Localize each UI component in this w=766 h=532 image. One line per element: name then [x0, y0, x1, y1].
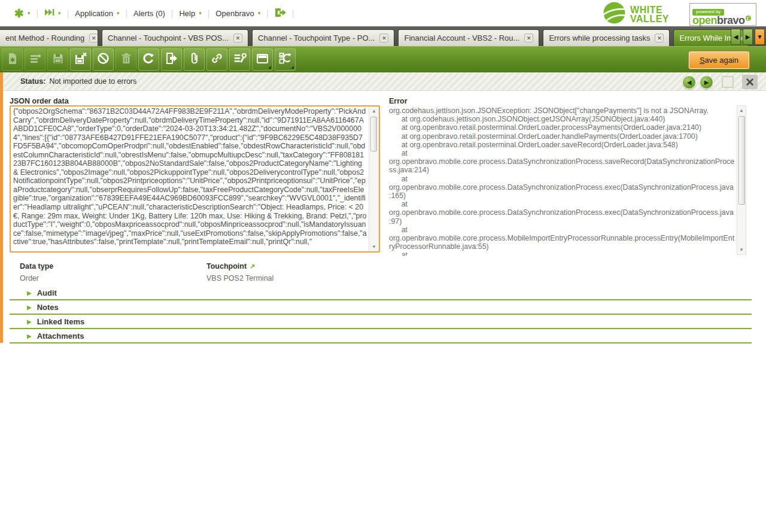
- tab-label: Financial Account - VBS2 - Rou...: [404, 34, 519, 42]
- openbravo-dot-icon: [746, 16, 751, 21]
- close-icon[interactable]: ✕: [379, 34, 388, 42]
- close-icon[interactable]: ✕: [233, 34, 242, 42]
- process-button[interactable]: [229, 48, 250, 71]
- view-layout-button[interactable]: [252, 48, 273, 71]
- logout-icon: [275, 8, 286, 19]
- paperclip-icon: [189, 52, 200, 67]
- alerts-menu-label: Alerts (0): [133, 9, 165, 18]
- json-order-data-label: JSON order data: [10, 97, 69, 105]
- refresh-icon: [142, 52, 155, 67]
- scroll-down-icon[interactable]: ▼: [369, 242, 379, 251]
- header-logos: WHITE VALLEY powered by openbravo: [603, 2, 756, 26]
- new-document-icon: [7, 53, 19, 67]
- user-menu[interactable]: Openbravo ▾: [209, 9, 266, 18]
- alerts-menu[interactable]: Alerts (0): [127, 9, 171, 18]
- close-icon[interactable]: ✕: [524, 34, 533, 42]
- save-button: [47, 48, 68, 71]
- tab-scroll-left-button[interactable]: ◀: [731, 29, 741, 45]
- favorites-menu[interactable]: ✱ ▾: [8, 8, 36, 19]
- previous-record-button[interactable]: ◀: [682, 75, 696, 89]
- scroll-up-icon[interactable]: ▲: [369, 107, 379, 115]
- status-value: Not imported due to errors: [49, 77, 136, 86]
- link-button[interactable]: [206, 48, 227, 71]
- export-button[interactable]: [161, 48, 182, 71]
- close-form-button[interactable]: ✕: [742, 75, 758, 89]
- json-scrollbar[interactable]: ▲ ▼: [369, 107, 379, 251]
- tab-channel-touchpoint[interactable]: Channel - Touchpoint - VBS POS... ✕: [102, 29, 248, 46]
- tab-payment-method-rounding[interactable]: ent Method - Rounding ✕: [0, 29, 98, 46]
- status-label: Status:: [20, 77, 45, 86]
- link-chain-icon: [211, 52, 223, 67]
- sync-selection-button[interactable]: [275, 48, 296, 71]
- json-order-data-field[interactable]: {"obpos2OrgSchema":"86371B2C03D44A72A4FF…: [10, 105, 380, 253]
- help-menu[interactable]: Help ▾: [173, 9, 207, 18]
- company-name-line1: WHITE: [630, 5, 669, 14]
- open-record-link-icon[interactable]: ↗: [250, 263, 255, 270]
- new-row-grid-icon: [29, 53, 41, 67]
- save-floppy-icon: [52, 53, 64, 67]
- top-menu-bar: ✱ ▾ | ▾ | Application ▾ | Alerts (0) | H…: [0, 0, 766, 26]
- tab-list-menu-button[interactable]: ▼: [755, 29, 765, 45]
- toolbar: Save again: [0, 46, 766, 72]
- new-record-button: [2, 48, 23, 71]
- chevron-right-icon: ▶: [27, 304, 32, 311]
- error-value[interactable]: org.codehaus.jettison.json.JSONException…: [389, 107, 735, 256]
- new-row-button: [25, 48, 45, 71]
- scrollbar-thumb[interactable]: [738, 116, 745, 205]
- tab-label: Channel - Touchpoint Type - PO...: [258, 34, 375, 42]
- scrollbar-thumb[interactable]: [370, 117, 377, 151]
- save-and-close-button[interactable]: [70, 48, 91, 71]
- tab-channel-touchpoint-type[interactable]: Channel - Touchpoint Type - PO... ✕: [252, 29, 394, 46]
- section-audit[interactable]: ▶ Audit: [10, 287, 752, 300]
- section-label: Linked Items: [37, 317, 84, 326]
- tab-scroll-right-button[interactable]: ▶: [743, 29, 753, 45]
- close-icon[interactable]: ✕: [89, 34, 98, 42]
- company-name-line2: VALLEY: [630, 14, 669, 23]
- touchpoint-label: Touchpoint↗: [206, 262, 255, 270]
- tab-errors-while-processing-tasks[interactable]: Errors while processing tasks ✕: [543, 29, 670, 46]
- close-icon[interactable]: ✕: [655, 34, 664, 42]
- undo-button[interactable]: [93, 48, 114, 71]
- chevron-down-icon: ▾: [28, 10, 31, 16]
- company-logo: WHITE VALLEY: [603, 2, 669, 26]
- checkbox-sync-icon: [279, 52, 292, 67]
- skip-forward-icon: [44, 8, 54, 18]
- data-type-label: Data type: [20, 262, 53, 270]
- error-scrollbar[interactable]: ▲ ▼: [737, 105, 746, 255]
- data-type-value: Order: [20, 274, 39, 282]
- scroll-up-icon[interactable]: ▲: [737, 106, 746, 115]
- section-linked-items[interactable]: ▶ Linked Items: [10, 315, 752, 329]
- chevron-down-icon: ▾: [117, 10, 120, 16]
- asterisk-icon: ✱: [14, 8, 24, 19]
- chevron-down-icon: ▾: [258, 10, 261, 16]
- tab-label: Channel - Touchpoint - VBS POS...: [108, 34, 229, 42]
- wrench-list-icon: [233, 52, 247, 67]
- window-panel-icon: [256, 53, 269, 67]
- maximize-icon: [722, 76, 734, 88]
- next-record-button[interactable]: ▶: [700, 75, 713, 89]
- brand-bravo: bravo: [717, 14, 745, 26]
- tab-financial-account[interactable]: Financial Account - VBS2 - Rou... ✕: [398, 29, 539, 46]
- application-menu-label: Application: [75, 9, 113, 18]
- form-edge-indicator: [0, 72, 3, 343]
- attachment-button[interactable]: [184, 48, 205, 71]
- section-label: Audit: [37, 288, 57, 297]
- tab-label: Errors while processing tasks: [549, 34, 650, 42]
- refresh-button[interactable]: [138, 48, 159, 71]
- section-notes[interactable]: ▶ Notes: [10, 301, 752, 315]
- section-label: Notes: [37, 303, 59, 312]
- save-close-floppy-x-icon: [74, 52, 87, 68]
- tab-label: ent Method - Rounding: [5, 34, 84, 42]
- save-again-button[interactable]: Save again: [689, 51, 749, 69]
- chevron-down-icon: ▾: [199, 10, 202, 16]
- json-order-data-value[interactable]: {"obpos2OrgSchema":"86371B2C03D44A72A4FF…: [11, 107, 369, 251]
- scroll-down-icon[interactable]: ▼: [737, 245, 746, 254]
- application-menu[interactable]: Application ▾: [69, 9, 125, 18]
- recent-views-menu[interactable]: ▾: [38, 8, 67, 18]
- export-arrow-icon: [165, 52, 178, 67]
- status-bar: Status:Not imported due to errors ◀ ▶ ✕: [0, 72, 766, 91]
- error-label: Error: [389, 97, 408, 105]
- logout-button[interactable]: [269, 8, 292, 19]
- touchpoint-value: VBS POS2 Terminal: [206, 274, 273, 282]
- section-attachments[interactable]: ▶ Attachments: [10, 330, 752, 343]
